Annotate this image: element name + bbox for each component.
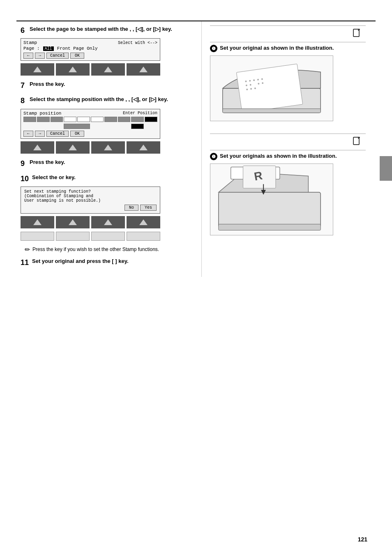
key-btn-10-2[interactable]: [56, 216, 90, 228]
pos-cell-10: [145, 117, 157, 122]
key-btn-8-1[interactable]: [21, 141, 54, 154]
stamp-btn-cancel[interactable]: Cancel: [46, 53, 69, 59]
pos-spacer-1: [23, 124, 36, 126]
stamp-page-label: Page :: [23, 46, 40, 51]
pos-spacer-6: [118, 124, 131, 126]
step-7-block: 7 Press the key.: [21, 81, 189, 91]
key-btn-1[interactable]: [21, 63, 54, 76]
pos-cell-mid: [64, 124, 90, 129]
key-btn-8-4[interactable]: [127, 141, 160, 154]
content-area: 6 Select the page to be stamped with the…: [0, 21, 392, 277]
key-btn-10-3[interactable]: [91, 216, 125, 228]
svg-marker-10: [104, 219, 112, 225]
key-btn-8-2[interactable]: [56, 141, 90, 154]
step-6-block: 6 Select the page to be stamped with the…: [21, 25, 189, 76]
pos-cell-8: [118, 117, 131, 122]
pos-cell-6: [91, 117, 104, 122]
section-2-num: ❶: [210, 153, 217, 160]
key-btn-4[interactable]: [127, 63, 160, 76]
key-btn-white-4: [127, 232, 160, 241]
step-11-text: Set your original and press the [ ] key.: [32, 258, 189, 265]
svg-marker-8: [33, 219, 42, 225]
pos-spacer-4: [91, 124, 104, 126]
step-10-text: Select the or key.: [32, 174, 189, 181]
key-btn-white-2: [56, 232, 90, 241]
side-tab: [380, 156, 392, 181]
note-text: Press the key if you wish to set the oth…: [32, 246, 159, 253]
dialog-btns: No Yes: [24, 205, 157, 211]
step-8-num: 8: [21, 96, 28, 106]
key-btn-10-4[interactable]: [127, 216, 160, 228]
step-10-block: 10 Select the or key. Set next stamping …: [21, 174, 189, 241]
pos-cell-9: [131, 117, 144, 122]
key-btn-3[interactable]: [91, 63, 125, 76]
svg-marker-6: [104, 145, 112, 150]
stamp-pos-btn-ok[interactable]: OK: [70, 131, 84, 137]
pos-spacer-5: [104, 124, 117, 126]
dialog-btn-no[interactable]: No: [125, 205, 138, 211]
section-2-line-mid: [210, 150, 366, 150]
step-9-block: 9 Press the key.: [21, 159, 189, 169]
dialog-btn-yes[interactable]: Yes: [140, 205, 157, 211]
section-1-num: ❶: [210, 45, 217, 52]
svg-marker-2: [104, 67, 112, 72]
step-7-num: 7: [21, 81, 28, 91]
section-1-line-top: [210, 25, 366, 26]
page: 6 Select the page to be stamped with the…: [0, 0, 392, 555]
svg-rect-14: [236, 64, 302, 113]
stamp-pos-btn-left[interactable]: ←: [23, 131, 33, 137]
stamp-screen-header: Stamp Select with <-->: [23, 40, 157, 45]
pos-spacer-3: [51, 124, 63, 126]
step-11-block: 11 Set your original and press the [ ] k…: [21, 258, 189, 268]
section-1-label: ❶ Set your original as shown in the illu…: [210, 45, 366, 52]
right-section-1: ❶ Set your original as shown in the illu…: [210, 25, 366, 121]
step-10-num: 10: [21, 174, 30, 184]
step-8-text: Select the stamping position with the , …: [30, 96, 189, 103]
step-6-num: 6: [21, 25, 28, 36]
right-section-2: ❶ Set your originals as shown in the ill…: [210, 134, 366, 235]
svg-marker-3: [139, 67, 148, 72]
step-9-text: Press the key.: [30, 159, 189, 166]
pencil-icon: ✏: [25, 246, 30, 253]
section-1-text: Set your original as shown in the illust…: [220, 45, 334, 51]
svg-marker-11: [139, 219, 148, 225]
pos-cell-4: [64, 117, 76, 122]
dialog-box: Set next stamping function? (Combination…: [21, 187, 160, 214]
svg-rect-27: [223, 109, 321, 113]
page-number: 121: [358, 536, 367, 543]
position-grid-2: [23, 124, 157, 129]
pos-cell-1: [23, 117, 36, 122]
svg-marker-9: [69, 219, 77, 225]
key-btn-white-1: [21, 232, 54, 241]
svg-rect-33: [219, 224, 321, 230]
key-btn-8-3[interactable]: [91, 141, 125, 154]
key-bar-10: [21, 216, 160, 228]
svg-marker-0: [33, 67, 42, 72]
stamp-screen-title: Stamp: [23, 40, 37, 45]
illustration-1: [210, 55, 333, 121]
stamp-btn-ok[interactable]: OK: [70, 53, 84, 59]
key-btn-2[interactable]: [56, 63, 90, 76]
step-9-num: 9: [21, 159, 28, 169]
note-block: ✏ Press the key if you wish to set the o…: [21, 246, 189, 253]
step-8-heading: 8 Select the stamping position with the …: [21, 96, 189, 106]
key-btn-10-1[interactable]: [21, 216, 54, 228]
section-2-label: ❶ Set your originals as shown in the ill…: [210, 153, 366, 160]
pos-cell-right: [131, 124, 144, 129]
pos-cell-7: [104, 117, 117, 122]
key-btn-white-3: [91, 232, 125, 241]
dialog-line1: Set next stamping function?: [24, 189, 157, 194]
stamp-pos-btn-right[interactable]: →: [35, 131, 45, 137]
stamp-pos-btns: ← → Cancel OK: [23, 131, 157, 137]
pos-spacer-7: [145, 124, 157, 126]
stamp-pos-header: Stamp position Enter Position: [23, 111, 157, 116]
step-6-text: Select the page to be stamped with the ,…: [30, 25, 189, 33]
stamp-screen: Stamp Select with <--> Page : All Front …: [21, 38, 160, 61]
pos-cell-3: [51, 117, 63, 122]
svg-marker-1: [69, 67, 77, 72]
stamp-pos-btn-cancel[interactable]: Cancel: [46, 131, 69, 137]
stamp-page-option: Front Page Only: [57, 46, 98, 51]
stamp-btn-right[interactable]: →: [35, 53, 45, 59]
stamp-btn-left[interactable]: ←: [23, 53, 33, 59]
left-column: 6 Select the page to be stamped with the…: [0, 21, 201, 277]
